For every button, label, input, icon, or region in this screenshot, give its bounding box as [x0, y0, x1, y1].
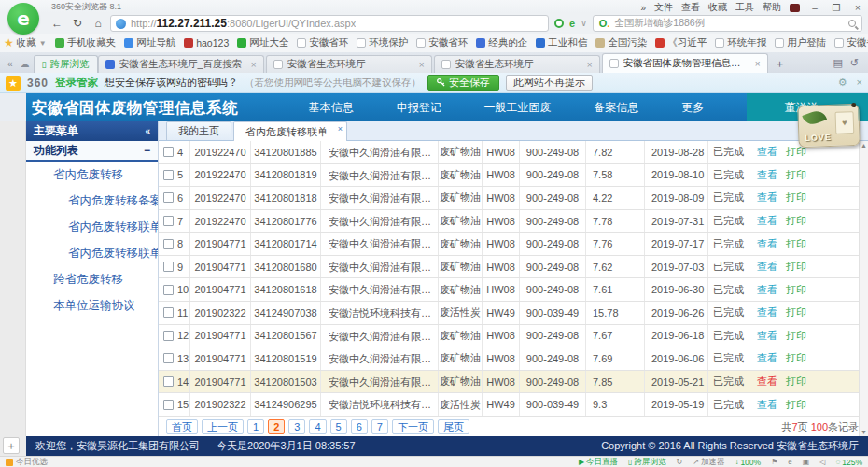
browser-360-logo-icon[interactable]: e [7, 3, 39, 35]
view-link[interactable]: 查看 [757, 329, 777, 343]
page-button-3[interactable]: 3 [288, 419, 305, 434]
print-link[interactable]: 打印 [786, 260, 806, 274]
minimize-button[interactable]: – [808, 3, 821, 13]
scroll-up-icon[interactable]: ▲ [861, 142, 867, 149]
bookmark-item[interactable]: 《习近平 [655, 36, 707, 50]
print-link[interactable]: 打印 [786, 398, 806, 412]
view-link[interactable]: 查看 [757, 191, 777, 205]
maximize-button[interactable]: ❐ [830, 3, 843, 13]
row-checkbox[interactable] [163, 192, 174, 203]
app-nav-item-更多[interactable]: 更多 [681, 100, 704, 116]
browser-tab[interactable]: 安徽省生态环境厅_百度搜索× [98, 55, 264, 73]
bookmark-item[interactable]: 经典的企 [476, 36, 527, 50]
search-box[interactable]: O. 全国新增确诊1886例 [593, 15, 862, 32]
statusbar-item-100%[interactable]: ↓100% [735, 458, 761, 467]
menubar-item-收藏[interactable]: 收藏 [708, 1, 727, 14]
page-button-1[interactable]: 1 [247, 419, 264, 434]
cloud-sync-icon[interactable]: ☁ [17, 59, 34, 73]
chevron-down-icon[interactable]: ∨ [581, 19, 587, 28]
collapse-group-icon[interactable]: − [144, 144, 150, 157]
statusbar-item-加速器[interactable]: ↗加速器 [693, 457, 724, 467]
menubar-item-帮助[interactable]: 帮助 [763, 1, 781, 14]
home-button[interactable]: ⌂ [90, 16, 106, 32]
print-link[interactable]: 打印 [786, 168, 806, 182]
page-button-7[interactable]: 7 [371, 419, 388, 434]
menubar-item-工具[interactable]: 工具 [735, 1, 754, 14]
cast-tab[interactable]: ▯ 跨屏浏览 [34, 55, 98, 73]
view-link[interactable]: 查看 [757, 214, 777, 228]
page-button-下一页[interactable]: 下一页 [392, 419, 434, 434]
address-bar[interactable]: http://112.27.211.25:8080/LigerUI/QYInde… [110, 15, 549, 32]
row-checkbox[interactable] [163, 285, 174, 295]
statusbar-item-今日直播[interactable]: ▶今日直播 [579, 457, 618, 467]
view-link[interactable]: 查看 [757, 375, 777, 389]
sidebar-item[interactable]: 省内危废转移联单退运 [26, 240, 158, 266]
print-link[interactable]: 打印 [786, 375, 806, 389]
bookmark-item[interactable]: 网址大全 [237, 36, 288, 50]
row-checkbox[interactable] [163, 262, 174, 272]
view-link[interactable]: 查看 [757, 351, 777, 365]
row-checkbox[interactable] [163, 147, 174, 157]
statusbar-item[interactable]: ↻ [676, 458, 682, 466]
view-link[interactable]: 查看 [757, 145, 777, 159]
tab-close-icon[interactable]: × [338, 124, 343, 134]
menu-chevron-icon[interactable]: » [640, 3, 646, 13]
statusbar-item[interactable]: ⚑ [771, 458, 777, 466]
view-link[interactable]: 查看 [757, 398, 777, 412]
desktop-sticker-widget[interactable]: LOVE ♥ [797, 104, 861, 148]
view-link[interactable]: 查看 [757, 168, 777, 182]
page-button-5[interactable]: 5 [330, 419, 347, 434]
sidebar-item[interactable]: 本单位运输协议 [26, 292, 158, 318]
row-checkbox[interactable] [163, 216, 174, 226]
app-nav-item-一般工业固废[interactable]: 一般工业固废 [483, 100, 551, 116]
view-link[interactable]: 查看 [757, 237, 777, 251]
site-safety-icon[interactable] [554, 19, 564, 28]
tab-list-icon[interactable]: ▤ [833, 57, 842, 69]
page-button-4[interactable]: 4 [309, 419, 326, 434]
bookmark-item[interactable]: hao123 [184, 36, 229, 50]
sidebar-item[interactable]: 省内危废转移备案 [26, 188, 158, 214]
page-button-2[interactable]: 2 [268, 419, 285, 434]
search-input[interactable]: 全国新增确诊1886例 [614, 17, 844, 30]
bookmark-item[interactable]: 安徽省环 [297, 36, 348, 50]
row-checkbox[interactable] [163, 307, 174, 318]
favorites-button[interactable]: ★ 收藏 ▼ [4, 36, 47, 50]
sidebar-item[interactable]: 跨省危废转移 [26, 266, 158, 292]
content-tab[interactable]: 我的主页 [166, 121, 231, 140]
menubar-item-文件[interactable]: 文件 [654, 1, 673, 14]
table-scrollbar[interactable]: ▲ ▼ [859, 141, 868, 436]
print-link[interactable]: 打印 [786, 237, 806, 251]
url-text[interactable]: http://112.27.211.25:8080/LigerUI/QYInde… [131, 17, 356, 30]
row-checkbox[interactable] [163, 400, 174, 410]
statusbar-item[interactable]: e [788, 458, 791, 466]
menubar-item-查看[interactable]: 查看 [681, 1, 700, 14]
gear-icon[interactable]: ⚙ [838, 77, 847, 89]
save-password-button[interactable]: 安全保存 [427, 75, 499, 91]
app-nav-item-备案信息[interactable]: 备案信息 [594, 100, 638, 116]
tab-close-icon[interactable]: × [587, 60, 593, 70]
reopen-tab-icon[interactable]: ↺ [850, 57, 859, 69]
view-link[interactable]: 查看 [757, 260, 777, 274]
page-button-首页[interactable]: 首页 [166, 419, 198, 434]
print-link[interactable]: 打印 [786, 351, 806, 365]
page-button-尾页[interactable]: 尾页 [438, 419, 469, 434]
view-link[interactable]: 查看 [757, 283, 777, 297]
row-checkbox[interactable] [163, 331, 174, 341]
tab-close-icon[interactable]: × [419, 60, 425, 70]
sidebar-add-button[interactable]: ＋ [3, 437, 20, 454]
statusbar-item[interactable]: ▣ [803, 458, 810, 466]
app-nav-item-申报登记[interactable]: 申报登记 [397, 100, 441, 116]
row-checkbox[interactable] [163, 239, 174, 249]
tab-close-icon[interactable]: × [251, 60, 257, 70]
bookmark-item[interactable]: 环境保护 [357, 36, 408, 50]
close-button[interactable]: × [851, 3, 864, 13]
back-button[interactable]: ← [49, 16, 65, 32]
page-button-上一页[interactable]: 上一页 [202, 419, 244, 434]
collapse-tabs-icon[interactable]: « [4, 59, 17, 73]
bookmark-item[interactable]: 用户登陆 [775, 36, 826, 50]
browser-tab[interactable]: 安徽省生态环境厅× [434, 55, 600, 73]
print-link[interactable]: 打印 [786, 305, 806, 319]
sidebar-item[interactable]: 省内危废转移 [26, 162, 158, 188]
print-link[interactable]: 打印 [786, 214, 806, 228]
statusbar-item-125%[interactable]: ◌125% [835, 458, 862, 467]
